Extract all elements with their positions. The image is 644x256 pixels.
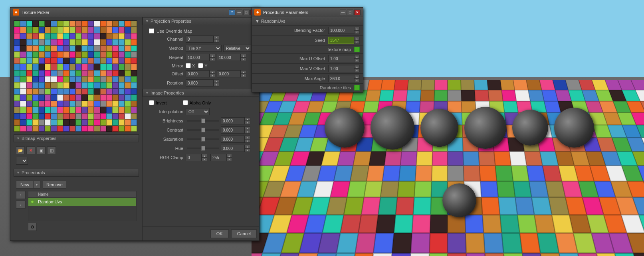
channel-label: Channel <box>146 37 186 41</box>
rotation-spin-up[interactable]: ▲ <box>214 79 219 83</box>
offset-x-spin-up[interactable]: ▲ <box>210 70 215 74</box>
max-u-offset-spin-up[interactable]: ▲ <box>354 55 360 59</box>
open-file-button[interactable]: 📂 <box>16 146 25 154</box>
contrast-slider[interactable] <box>187 129 219 131</box>
maximize-button[interactable]: □ <box>243 10 250 15</box>
repeat-label: Repeat <box>146 55 186 60</box>
saturation-spin-down[interactable]: ▼ <box>245 139 250 143</box>
proc-list-row[interactable]: RandomUvs <box>28 198 136 206</box>
randomize-tiles-row: Randomize tiles <box>252 84 363 92</box>
rgb-min-spin-up[interactable]: ▲ <box>202 154 207 158</box>
rgb-clamp-min-input[interactable] <box>186 154 202 161</box>
mirror-x-checkbox[interactable] <box>186 63 191 68</box>
procedurals-title: Procedurals <box>22 170 45 175</box>
projection-collapse-arrow[interactable]: ▼ <box>145 19 149 23</box>
method-select[interactable]: Tile XY <box>186 45 222 52</box>
minimize-button[interactable]: — <box>236 10 242 15</box>
hue-slider[interactable] <box>187 148 219 149</box>
proc-move-down-button[interactable]: ↓ <box>16 201 26 209</box>
max-angle-spin-down[interactable]: ▼ <box>354 79 360 82</box>
seed-spin-up[interactable]: ▲ <box>354 37 360 40</box>
texture-map-color[interactable] <box>354 47 360 52</box>
channel-spin-down[interactable]: ▼ <box>214 39 219 43</box>
blending-factor-input[interactable] <box>328 27 354 34</box>
max-v-offset-spin-down[interactable]: ▼ <box>354 69 360 72</box>
max-angle-input[interactable] <box>328 75 354 82</box>
rotation-input[interactable] <box>186 79 214 87</box>
invert-checkbox[interactable] <box>149 100 154 105</box>
blending-factor-spin-down[interactable]: ▼ <box>354 30 360 34</box>
offset-y-spin-down[interactable]: ▼ <box>241 74 246 77</box>
offset-x-input[interactable] <box>186 70 210 77</box>
image-collapse-arrow[interactable]: ▼ <box>145 91 149 95</box>
rgb-clamp-max-input[interactable] <box>210 154 226 161</box>
repeat-y-spin-down[interactable]: ▼ <box>241 57 246 61</box>
brightness-spin-up[interactable]: ▲ <box>245 117 250 121</box>
repeat-x-spin-down[interactable]: ▼ <box>210 57 215 61</box>
brightness-input[interactable] <box>221 117 245 124</box>
help-button[interactable]: ? <box>229 10 235 15</box>
max-u-offset-input[interactable] <box>328 55 354 62</box>
section-collapse-arrow[interactable]: ▼ <box>255 19 260 24</box>
max-v-offset-spin-up[interactable]: ▲ <box>354 65 360 69</box>
override-map-checkbox[interactable] <box>149 28 154 33</box>
offset-y-input[interactable] <box>217 70 241 77</box>
offset-y-spin-up[interactable]: ▲ <box>241 70 246 74</box>
max-v-offset-label: Max V Offset <box>255 66 328 71</box>
new-button[interactable]: New <box>16 181 34 189</box>
saturation-spin-up[interactable]: ▲ <box>245 136 250 139</box>
procedurals-collapse-arrow[interactable]: ▼ <box>16 171 20 175</box>
bitmap-dropdown[interactable] <box>16 157 28 165</box>
proc-move-up-button[interactable]: ↑ <box>16 191 26 199</box>
proc-params-close-button[interactable]: ✕ <box>354 10 361 15</box>
rgb-max-spin-down[interactable]: ▼ <box>226 158 232 161</box>
repeat-x-input[interactable] <box>186 54 210 61</box>
rgb-min-spin-down[interactable]: ▼ <box>202 158 207 161</box>
channel-input[interactable] <box>186 35 214 43</box>
saturation-slider[interactable] <box>187 138 219 140</box>
brightness-slider[interactable] <box>187 120 219 122</box>
brightness-spin-down[interactable]: ▼ <box>245 121 250 124</box>
repeat-y-input[interactable] <box>217 54 241 61</box>
channel-spin-up[interactable]: ▲ <box>214 35 219 39</box>
seed-input[interactable] <box>328 37 354 44</box>
new-dropdown-arrow[interactable]: ▼ <box>34 181 40 189</box>
proc-params-minimize-button[interactable]: — <box>340 10 346 15</box>
mirror-y-checkbox[interactable] <box>198 63 203 68</box>
remove-button[interactable]: Remove <box>43 181 66 189</box>
max-v-offset-input[interactable] <box>328 65 354 72</box>
alpha-only-checkbox[interactable] <box>183 100 188 105</box>
proc-settings-button[interactable]: ⚙ <box>28 223 37 231</box>
image-properties-title: Image Properties <box>151 91 184 95</box>
invert-group: Invert <box>149 100 167 105</box>
hue-spin-down[interactable]: ▼ <box>245 148 250 152</box>
saturation-input[interactable] <box>221 136 245 143</box>
repeat-y-spinner: ▲ ▼ <box>241 54 246 61</box>
blending-factor-spin-up[interactable]: ▲ <box>354 27 360 30</box>
offset-x-spin-down[interactable]: ▼ <box>210 74 215 77</box>
repeat-y-spin-up[interactable]: ▲ <box>241 54 246 57</box>
max-angle-spin-up[interactable]: ▲ <box>354 75 360 79</box>
method-relative-select[interactable]: Relative <box>223 45 251 52</box>
seed-spin-down[interactable]: ▼ <box>354 40 360 44</box>
rgb-max-spin-up[interactable]: ▲ <box>226 154 232 158</box>
hue-spin-up[interactable]: ▲ <box>245 145 250 148</box>
max-u-offset-spin-down[interactable]: ▼ <box>354 59 360 62</box>
spheres-container <box>319 92 599 231</box>
bitmap-properties-header: ▼ Bitmap Properties <box>14 134 139 142</box>
contrast-input[interactable] <box>221 126 245 134</box>
remove-bitmap-button[interactable]: ✕ <box>26 146 35 154</box>
bitmap-option-2[interactable]: ◫ <box>47 146 56 154</box>
randomize-tiles-indicator[interactable] <box>354 85 360 91</box>
bitmap-collapse-arrow[interactable]: ▼ <box>16 136 20 140</box>
cancel-button[interactable]: Cancel <box>231 229 257 238</box>
contrast-spin-up[interactable]: ▲ <box>245 126 250 130</box>
repeat-x-spin-up[interactable]: ▲ <box>210 54 215 57</box>
hue-input[interactable] <box>221 145 245 152</box>
bitmap-option-1[interactable]: ▣ <box>37 146 46 154</box>
rotation-spin-down[interactable]: ▼ <box>214 83 219 87</box>
interpolation-select[interactable]: Off <box>186 108 210 115</box>
proc-params-maximize-button[interactable]: □ <box>347 10 353 15</box>
contrast-spin-down[interactable]: ▼ <box>245 130 250 134</box>
ok-button[interactable]: OK <box>210 229 229 238</box>
